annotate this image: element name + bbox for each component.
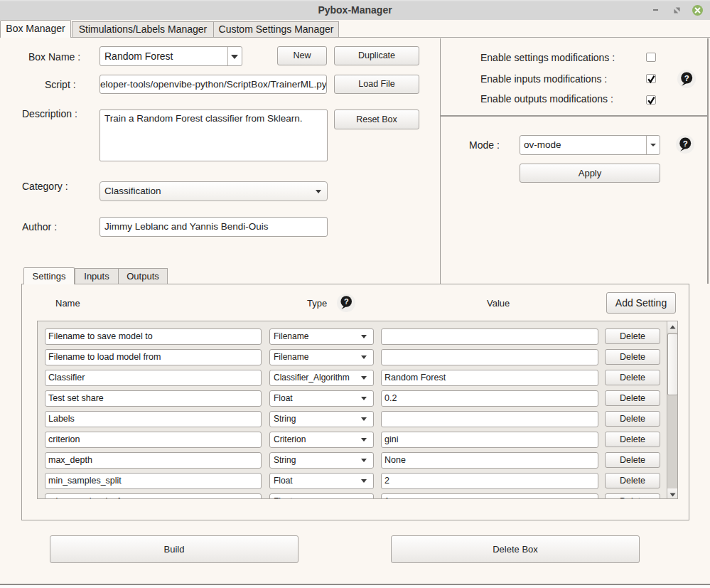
svg-text:?: ?	[684, 74, 689, 82]
svg-text:?: ?	[683, 139, 688, 148]
svg-text:?: ?	[344, 297, 349, 306]
